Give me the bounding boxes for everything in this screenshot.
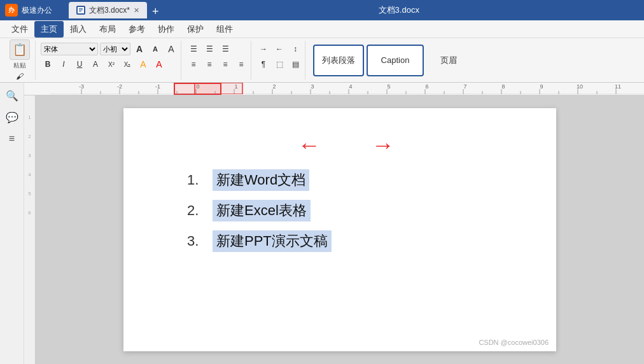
style-page-head-btn[interactable]: 页眉 [426,45,471,76]
search-sidebar-icon[interactable]: 🔍 [4,88,20,103]
bold-btn[interactable]: B [41,57,55,71]
svg-text:10: 10 [577,83,583,90]
tab-close-btn[interactable]: ✕ [134,6,139,15]
font-size-increase-btn[interactable]: A [132,42,146,56]
vruler-5: 5 [28,191,31,210]
para-marks-row: ¶ ⬚ ▤ [256,57,302,71]
svg-text:9: 9 [540,83,543,90]
indent-row-1: → ← ↕ [256,42,302,56]
indent-section: → ← ↕ ¶ ⬚ ▤ [254,41,305,80]
font-color-btn[interactable]: A [152,57,166,71]
subscript-btn[interactable]: X₂ [120,57,134,71]
style-caption-btn[interactable]: Caption [367,45,424,76]
left-arrow: ← [298,134,321,157]
menu-reference[interactable]: 参考 [122,21,151,38]
svg-rect-1 [79,8,83,9]
menu-home[interactable]: 主页 [34,21,64,38]
border-btn[interactable]: ⬚ [272,57,286,71]
document-tab[interactable]: 文档3.docx* ✕ [69,2,147,18]
comment-sidebar-icon[interactable]: 💬 [4,109,20,125]
svg-text:7: 7 [463,83,466,90]
para-mark-btn[interactable]: ¶ [256,57,270,71]
paste-label: 粘贴 [13,61,26,70]
svg-text:2: 2 [272,83,276,90]
paste-section: 📋 粘贴 🖌 [4,41,36,80]
align-right-btn[interactable]: ≡ [218,57,232,71]
para-style-section: 列表段落 Caption 页眉 [308,41,476,80]
list-num-3: 3. [187,233,213,249]
align-left-btn[interactable]: ≡ [186,57,200,71]
app-logo: 办 [5,4,18,17]
outline-sidebar-icon[interactable]: ≡ [4,131,20,146]
font-size-decrease-btn[interactable]: A [148,42,162,56]
superscript-btn[interactable]: X² [104,57,118,71]
svg-rect-2 [79,10,83,10]
svg-text:6: 6 [425,83,428,90]
italic-btn[interactable]: I [57,57,71,71]
vruler-2: 2 [28,134,31,153]
strikethrough-btn[interactable]: A [88,57,102,71]
tab-bar: 文档3.docx* ✕ + [69,2,159,18]
watermark: CSDN @cocowei0306 [479,339,549,346]
vruler-6: 6 [28,210,31,229]
menu-collaborate[interactable]: 协作 [151,21,181,38]
highlight-btn[interactable]: A [136,57,150,71]
font-name-row: 宋体 小初 A A A [41,42,178,56]
list-unordered-btn[interactable]: ☰ [186,42,200,56]
font-style-row: B I U A X² X₂ A A [41,57,178,71]
svg-text:-2: -2 [117,83,122,90]
menu-protect[interactable]: 保护 [181,21,210,38]
style-list-para-btn[interactable]: 列表段落 [313,45,364,76]
align-center-btn[interactable]: ≡ [202,57,216,71]
vruler-1: 1 [28,115,31,134]
line-spacing-btn[interactable]: ↕ [288,42,302,56]
scroll-area[interactable]: 1 2 3 4 5 6 ← → 1. [24,95,644,364]
svg-text:3: 3 [311,83,314,90]
menu-components[interactable]: 组件 [210,21,239,38]
new-tab-btn[interactable]: + [152,5,159,18]
menu-bar: 文件 主页 插入 布局 参考 协作 保护 组件 [0,20,644,38]
list-text-1: 新建Word文档 [213,169,309,191]
indent-decrease-btn[interactable]: ← [272,42,286,56]
svg-rect-50 [195,83,242,94]
underline-btn[interactable]: U [73,57,87,71]
svg-text:8: 8 [501,83,505,90]
horizontal-ruler: -3 -2 -1 0 1 2 3 4 5 6 7 8 9 10 [24,83,644,95]
font-style-btn[interactable]: A [164,42,178,56]
svg-text:11: 11 [615,83,621,90]
align-justify-btn[interactable]: ≡ [234,57,248,71]
font-name-select[interactable]: 宋体 [41,43,98,55]
list-item: 1. 新建Word文档 [187,169,518,191]
paste-icon: 📋 [10,39,30,60]
toolbar: 📋 粘贴 🖌 宋体 小初 A A A B I U A X² X₂ A A [0,38,644,83]
title-bar-left: 办 极速办公 文档3.docx* ✕ + [5,2,159,18]
title-bar: 办 极速办公 文档3.docx* ✕ + 文档3.docx [0,0,644,20]
content-area: 🔍 💬 ≡ [0,83,644,364]
svg-text:-1: -1 [155,83,160,90]
vruler-3: 3 [28,153,31,172]
list-ordered-btn[interactable]: ☰ [202,42,216,56]
paste-btn[interactable]: 📋 粘贴 [10,39,30,70]
vertical-ruler: 1 2 3 4 5 6 [24,95,36,364]
shading-btn[interactable]: ▤ [288,57,302,71]
font-size-select[interactable]: 小初 [100,43,130,55]
align-section: ☰ ☰ ☰ ≡ ≡ ≡ ≡ [184,41,251,80]
document-page: ← → 1. 新建Word文档 2. 新建Excel表格 [123,108,556,351]
list-multi-btn[interactable]: ☰ [218,42,232,56]
arrows-row: ← → [174,134,518,157]
window-title: 文档3.docx [159,4,639,16]
menu-file[interactable]: 文件 [5,21,34,38]
left-sidebar: 🔍 💬 ≡ [0,83,24,364]
document-area: -3 -2 -1 0 1 2 3 4 5 6 7 8 9 10 [24,83,644,364]
format-painter-btn[interactable]: 🖌 [10,71,29,81]
list-num-1: 1. [187,172,213,188]
svg-text:4: 4 [349,83,352,90]
menu-insert[interactable]: 插入 [64,21,93,38]
align-row: ≡ ≡ ≡ ≡ [186,57,248,71]
svg-text:5: 5 [387,83,390,90]
indent-increase-btn[interactable]: → [256,42,270,56]
list-text-3: 新建PPT演示文稿 [213,230,332,252]
list-num-2: 2. [187,202,213,219]
menu-layout[interactable]: 布局 [93,21,122,38]
document-list: 1. 新建Word文档 2. 新建Excel表格 3. 新建PPT演示文稿 [174,169,518,252]
